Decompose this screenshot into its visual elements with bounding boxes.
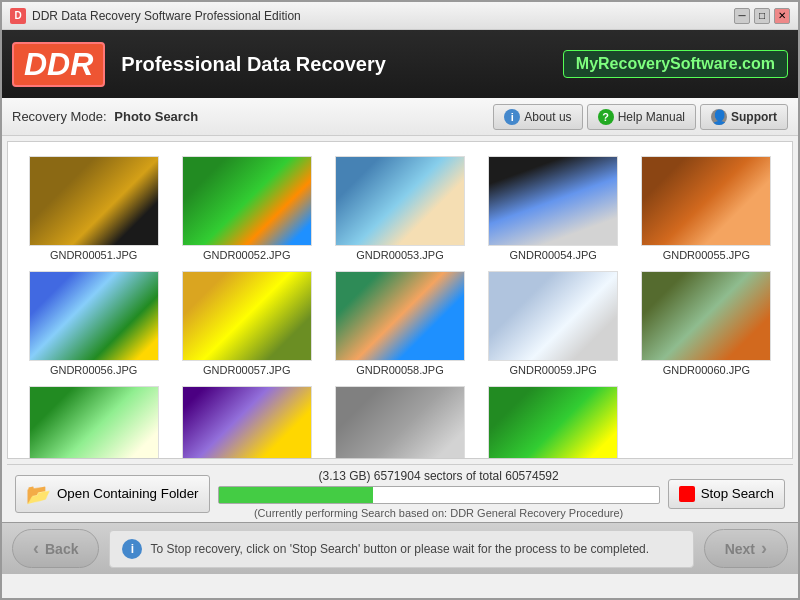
list-item[interactable]: GNDR00051.JPG [18,152,169,265]
next-button[interactable]: Next › [704,529,788,568]
photo-thumbnail [641,156,771,246]
list-item[interactable]: GNDR00061.JPG [18,382,169,459]
minimize-button[interactable]: ─ [734,8,750,24]
right-arrow-icon: › [761,538,767,559]
photo-thumbnail [335,156,465,246]
progress-bar-fill [219,487,373,503]
support-button[interactable]: 👤 Support [700,104,788,130]
photo-label: GNDR00054.JPG [509,249,596,261]
progress-section: (3.13 GB) 6571904 sectors of total 60574… [218,469,660,519]
about-us-button[interactable]: i About us [493,104,582,130]
titlebar-left: D DDR Data Recovery Software Professiona… [10,8,301,24]
progress-text: (3.13 GB) 6571904 sectors of total 60574… [318,469,558,483]
stop-search-button[interactable]: Stop Search [668,479,785,509]
photo-label: GNDR00060.JPG [663,364,750,376]
titlebar: D DDR Data Recovery Software Professiona… [2,2,798,30]
photo-thumbnail [29,271,159,361]
photo-thumbnail [641,271,771,361]
titlebar-controls[interactable]: ─ □ ✕ [734,8,790,24]
help-manual-button[interactable]: ? Help Manual [587,104,696,130]
list-item[interactable]: GNDR00055.JPG [631,152,782,265]
list-item[interactable]: GNDR00056.JPG [18,267,169,380]
help-icon: ? [598,109,614,125]
open-folder-button[interactable]: 📂 Open Containing Folder [15,475,210,513]
recovery-mode-label: Recovery Mode: Photo Search [12,109,198,124]
info-icon: i [504,109,520,125]
folder-icon: 📂 [26,482,51,506]
photo-grid: GNDR00051.JPGGNDR00052.JPGGNDR00053.JPGG… [8,142,792,459]
statusbar: 📂 Open Containing Folder (3.13 GB) 65719… [7,464,793,522]
photo-label: GNDR00053.JPG [356,249,443,261]
header: DDR Professional Data Recovery MyRecover… [2,30,798,98]
progress-bar [218,486,660,504]
toolbar: Recovery Mode: Photo Search i About us ?… [2,98,798,136]
photo-thumbnail [29,386,159,459]
stop-icon [679,486,695,502]
photo-label: GNDR00059.JPG [509,364,596,376]
list-item[interactable]: GNDR00057.JPG [171,267,322,380]
person-icon: 👤 [711,109,727,125]
list-item[interactable]: GNDR00063.JPG [324,382,475,459]
photo-label: GNDR00052.JPG [203,249,290,261]
list-item[interactable]: GNDR00054.JPG [478,152,629,265]
photo-thumbnail [488,271,618,361]
photo-grid-container[interactable]: GNDR00051.JPGGNDR00052.JPGGNDR00053.JPGG… [7,141,793,459]
toolbar-buttons: i About us ? Help Manual 👤 Support [493,104,788,130]
photo-thumbnail [182,156,312,246]
photo-label: GNDR00057.JPG [203,364,290,376]
photo-thumbnail [488,156,618,246]
maximize-button[interactable]: □ [754,8,770,24]
window-title: DDR Data Recovery Software Professional … [32,9,301,23]
list-item[interactable]: GNDR00062.JPG [171,382,322,459]
photo-label: GNDR00051.JPG [50,249,137,261]
header-title: Professional Data Recovery [121,53,546,76]
photo-label: GNDR00056.JPG [50,364,137,376]
header-website: MyRecoverySoftware.com [563,50,788,78]
bottom-nav: ‹ Back i To Stop recovery, click on 'Sto… [2,522,798,574]
back-button[interactable]: ‹ Back [12,529,99,568]
photo-thumbnail [335,271,465,361]
left-arrow-icon: ‹ [33,538,39,559]
photo-thumbnail [182,386,312,459]
progress-sub-text: (Currently performing Search based on: D… [254,507,623,519]
list-item[interactable]: GNDR00058.JPG [324,267,475,380]
photo-thumbnail [488,386,618,459]
list-item[interactable]: GNDR00060.JPG [631,267,782,380]
nav-message: i To Stop recovery, click on 'Stop Searc… [109,530,693,568]
photo-thumbnail [335,386,465,459]
photo-thumbnail [182,271,312,361]
photo-label: GNDR00058.JPG [356,364,443,376]
list-item[interactable]: GNDR00052.JPG [171,152,322,265]
close-button[interactable]: ✕ [774,8,790,24]
nav-info-icon: i [122,539,142,559]
photo-thumbnail [29,156,159,246]
photo-label: GNDR00055.JPG [663,249,750,261]
app-icon: D [10,8,26,24]
list-item[interactable]: GNDR00059.JPG [478,267,629,380]
ddr-logo: DDR [12,42,105,87]
list-item[interactable]: GNDR00064.JPG [478,382,629,459]
list-item[interactable]: GNDR00053.JPG [324,152,475,265]
